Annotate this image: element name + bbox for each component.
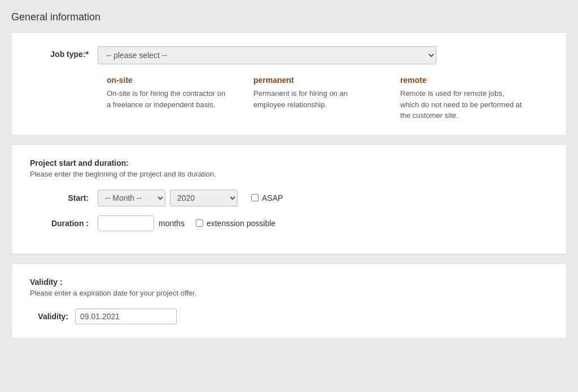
project-section-title: Project start and duration: [30, 158, 548, 168]
validity-card: Validity : Please enter a expiration dat… [11, 263, 567, 338]
asap-label: ASAP [262, 193, 283, 202]
month-select[interactable]: -- Month -- January February March April… [98, 190, 165, 206]
extension-label: extenssion possible [207, 219, 275, 228]
months-label: months [159, 219, 185, 228]
validity-section-subtitle: Please enter a expiration date for your … [30, 289, 548, 297]
job-desc-onsite-text: On-site is for hiring the contractor on … [107, 88, 231, 110]
validity-label: Validity: [30, 312, 75, 321]
asap-checkbox[interactable] [251, 194, 259, 201]
extension-container: extenssion possible [196, 219, 275, 228]
extension-checkbox[interactable] [196, 219, 203, 227]
duration-label: Duration : [30, 219, 98, 228]
job-type-card: Job type:* -- please select -- on-site p… [11, 32, 567, 135]
project-section-subtitle: Please enter the beginning of the projec… [30, 170, 548, 178]
job-type-select[interactable]: -- please select -- on-site permanent re… [98, 46, 436, 64]
job-desc-onsite: on-site On-site is for hiring the contra… [107, 76, 231, 121]
year-select[interactable]: 2019 2020 2021 2022 2023 [170, 190, 238, 206]
validity-row: Validity: [30, 309, 548, 324]
job-desc-remote-text: Remote is used for remote jobs, which do… [400, 88, 524, 121]
start-label: Start: [30, 193, 98, 202]
duration-row: Duration : months extenssion possible [30, 215, 548, 231]
job-desc-remote: remote Remote is used for remote jobs, w… [400, 76, 524, 121]
job-desc-permanent: permanent Permanent is for hiring on an … [253, 76, 378, 121]
start-row: Start: -- Month -- January February Marc… [30, 190, 548, 206]
asap-container: ASAP [251, 193, 283, 202]
job-desc-remote-title: remote [400, 76, 524, 85]
job-desc-onsite-title: on-site [107, 76, 231, 85]
job-type-descriptions: on-site On-site is for hiring the contra… [107, 76, 548, 121]
validity-section-title: Validity : [30, 278, 548, 287]
project-card: Project start and duration: Please enter… [11, 144, 567, 254]
page-title: General information [11, 11, 567, 23]
job-desc-permanent-title: permanent [253, 76, 378, 85]
validity-input[interactable] [75, 309, 177, 324]
duration-input[interactable] [98, 215, 154, 231]
job-type-label: Job type:* [30, 46, 98, 59]
job-desc-permanent-text: Permanent is for hiring on an employee r… [253, 88, 378, 110]
